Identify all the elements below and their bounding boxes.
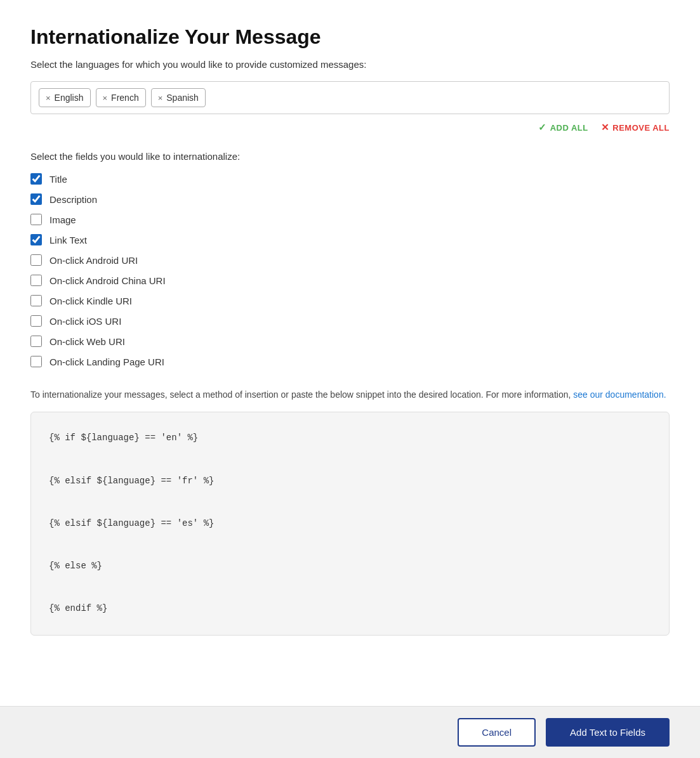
remove-spanish-icon[interactable]: × (158, 94, 163, 102)
checkbox-image-input[interactable] (30, 214, 42, 225)
checkbox-description-input[interactable] (30, 193, 42, 205)
footer: Cancel Add Text to Fields (0, 706, 700, 758)
checkbox-landing-page-uri-input[interactable] (30, 356, 42, 367)
code-line-9: {% endif %} (49, 598, 651, 620)
actions-row: ✓ ADD ALL ✕ REMOVE ALL (30, 122, 670, 133)
checkbox-web-uri[interactable]: On-click Web URI (30, 336, 670, 347)
language-subtitle: Select the languages for which you would… (30, 59, 670, 70)
french-tag-label: French (111, 93, 139, 103)
add-all-button[interactable]: ✓ ADD ALL (538, 122, 588, 133)
info-text: To internationalize your messages, selec… (30, 388, 670, 402)
code-line-6 (49, 534, 651, 556)
page-container: Internationalize Your Message Select the… (0, 0, 700, 724)
checkbox-android-uri-input[interactable] (30, 254, 42, 266)
x-remove-icon: ✕ (601, 122, 610, 133)
checkmark-icon: ✓ (538, 122, 547, 133)
checkbox-title-input[interactable] (30, 173, 42, 185)
checkbox-link-text[interactable]: Link Text (30, 234, 670, 245)
checkbox-title[interactable]: Title (30, 173, 670, 185)
code-line-1: {% if ${language} == 'en' %} (49, 428, 651, 449)
checkbox-kindle-uri[interactable]: On-click Kindle URI (30, 295, 670, 306)
info-text-before: To internationalize your messages, selec… (30, 389, 571, 400)
documentation-link[interactable]: see our documentation. (573, 389, 666, 400)
checkbox-description-label: Description (50, 194, 97, 205)
checkbox-image[interactable]: Image (30, 214, 670, 225)
code-line-8 (49, 577, 651, 599)
code-line-4 (49, 492, 651, 513)
code-line-2 (49, 449, 651, 471)
checkbox-link-text-label: Link Text (50, 235, 87, 245)
checkbox-ios-uri-input[interactable] (30, 315, 42, 327)
language-tag-french[interactable]: × French (96, 88, 146, 107)
remove-all-label: REMOVE ALL (612, 123, 670, 133)
checkbox-android-uri[interactable]: On-click Android URI (30, 254, 670, 266)
checkbox-landing-page-uri-label: On-click Landing Page URI (50, 356, 164, 367)
code-block: {% if ${language} == 'en' %} {% elsif ${… (30, 412, 670, 635)
checkbox-android-uri-label: On-click Android URI (50, 255, 138, 266)
checkbox-ios-uri[interactable]: On-click iOS URI (30, 315, 670, 327)
cancel-button[interactable]: Cancel (458, 718, 536, 747)
checkbox-kindle-uri-label: On-click Kindle URI (50, 296, 132, 306)
code-line-7: {% else %} (49, 556, 651, 577)
fields-section-label: Select the fields you would like to inte… (30, 151, 670, 162)
remove-english-icon[interactable]: × (46, 94, 51, 102)
checkbox-list: Title Description Image Link Text On-cli… (30, 173, 670, 367)
checkbox-image-label: Image (50, 214, 76, 225)
checkbox-android-china-uri-label: On-click Android China URI (50, 275, 166, 286)
english-tag-label: English (55, 93, 84, 103)
checkbox-title-label: Title (50, 174, 67, 185)
language-tags-box: × English × French × Spanish (30, 81, 670, 114)
checkbox-link-text-input[interactable] (30, 234, 42, 245)
checkbox-kindle-uri-input[interactable] (30, 295, 42, 306)
code-line-3: {% elsif ${language} == 'fr' %} (49, 471, 651, 492)
checkbox-ios-uri-label: On-click iOS URI (50, 316, 121, 327)
remove-french-icon[interactable]: × (103, 94, 108, 102)
checkbox-android-china-uri-input[interactable] (30, 275, 42, 286)
checkbox-android-china-uri[interactable]: On-click Android China URI (30, 275, 670, 286)
add-all-label: ADD ALL (550, 123, 588, 133)
remove-all-button[interactable]: ✕ REMOVE ALL (601, 122, 670, 133)
page-title: Internationalize Your Message (30, 25, 670, 49)
code-line-5: {% elsif ${language} == 'es' %} (49, 513, 651, 535)
spanish-tag-label: Spanish (166, 93, 199, 103)
language-tag-spanish[interactable]: × Spanish (151, 88, 206, 107)
add-text-to-fields-button[interactable]: Add Text to Fields (546, 718, 670, 747)
checkbox-landing-page-uri[interactable]: On-click Landing Page URI (30, 356, 670, 367)
checkbox-web-uri-input[interactable] (30, 336, 42, 347)
language-tag-english[interactable]: × English (39, 88, 91, 107)
checkbox-description[interactable]: Description (30, 193, 670, 205)
checkbox-web-uri-label: On-click Web URI (50, 336, 125, 347)
